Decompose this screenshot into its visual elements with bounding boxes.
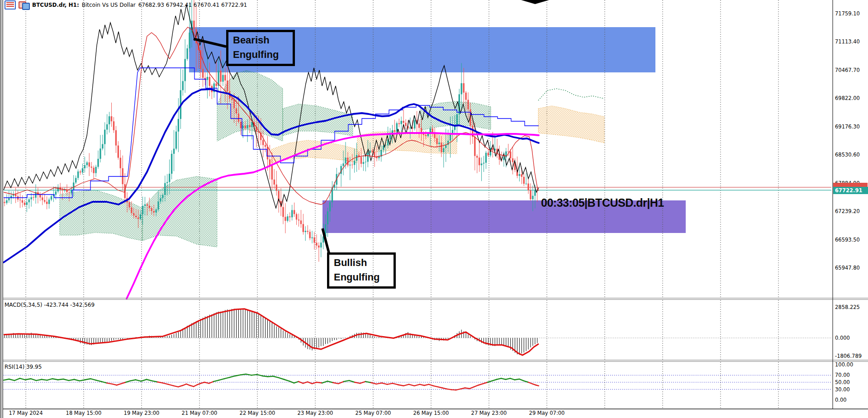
- macd-axis-label: 0.000: [835, 335, 850, 341]
- symbol-description-label: Bitcoin Vs US Dollar: [82, 2, 136, 8]
- bullish-engulfing-label[interactable]: Bullish Engulfing: [327, 252, 396, 289]
- price-axis-label: 68530.60: [835, 152, 860, 158]
- bearish-engulfing-line2: Engulfing: [233, 48, 288, 62]
- kumo-orange: [538, 106, 604, 143]
- time-axis-label: 17 May 2024: [9, 410, 43, 416]
- price-axis-label: 65947.80: [835, 265, 860, 271]
- symbol-period-label: BTCUSD.dr, H1:: [32, 2, 79, 8]
- price-axis-label: 70467.70: [835, 67, 860, 73]
- time-axis-label: 21 May 07:00: [182, 410, 218, 416]
- chart-title-bar: BTCUSD.dr, H1: Bitcoin Vs US Dollar 6768…: [5, 1, 247, 9]
- time-axis-label: 26 May 15:00: [413, 410, 449, 416]
- price-axis-label: 69822.00: [835, 95, 860, 101]
- window-left-edge: [0, 0, 3, 418]
- ohlc-values-label: 67682.93 67942.41 67670.41 67722.91: [138, 2, 247, 8]
- rsi-axis-label: 0.00: [835, 397, 847, 403]
- rsi-indicator-label: RSI(14) 39.95: [5, 364, 42, 370]
- macd-axis-label: 2858.225: [835, 304, 860, 310]
- rsi-layer: [4, 374, 831, 390]
- time-axis-label: 18 May 15:00: [66, 410, 102, 416]
- rsi-axis-label: 70.00: [835, 372, 850, 378]
- main-chart[interactable]: [0, 0, 868, 418]
- price-axis-label: 71113.40: [835, 38, 860, 45]
- bid-price-tag: 67722.91: [833, 187, 868, 194]
- bearish-engulfing-line1: Bearish: [233, 33, 288, 48]
- macd-indicator-label: MACD(5,34,5) -423.744 -342.569: [5, 302, 95, 308]
- time-axis-label: 23 May 23:00: [298, 410, 333, 416]
- price-axis-label: 67239.20: [835, 208, 860, 214]
- time-axis-label: 19 May 23:00: [124, 410, 160, 416]
- price-axis-label: 69176.30: [835, 124, 860, 130]
- time-axis-label: 29 May 07:00: [529, 410, 565, 416]
- rsi-axis-label: 100.00: [835, 361, 853, 368]
- chart-list-icon[interactable]: [5, 0, 16, 10]
- bullish-engulfing-line1: Bullish: [334, 256, 389, 270]
- price-axis-label: 66593.50: [835, 237, 860, 243]
- candle-timer-label[interactable]: 00:33:05|BTCUSD.dr|H1: [541, 196, 664, 209]
- time-axis-label: 27 May 23:00: [471, 410, 507, 416]
- macd-histogram: [5, 309, 537, 355]
- price-axis-label: 71759.10: [835, 10, 860, 17]
- chart-windows-icon[interactable]: [19, 1, 29, 9]
- rsi-axis-label: 50.00: [835, 379, 850, 385]
- mt4-chart-window: BTCUSD.dr, H1: Bitcoin Vs US Dollar 6768…: [0, 0, 868, 418]
- price-lines-layer: [4, 187, 831, 190]
- bullish-engulfing-line2: Engulfing: [334, 270, 389, 285]
- macd-axis-label: -1806.789: [835, 353, 862, 359]
- rsi-axis-label: 30.00: [835, 386, 850, 393]
- bearish-engulfing-label[interactable]: Bearish Engulfing: [226, 30, 295, 66]
- senkou-a-future-line: [538, 89, 604, 100]
- time-axis-label: 22 May 15:00: [240, 410, 275, 416]
- sell-arrow-marker[interactable]: [521, 0, 549, 4]
- time-axis-label: 25 May 07:00: [356, 410, 391, 416]
